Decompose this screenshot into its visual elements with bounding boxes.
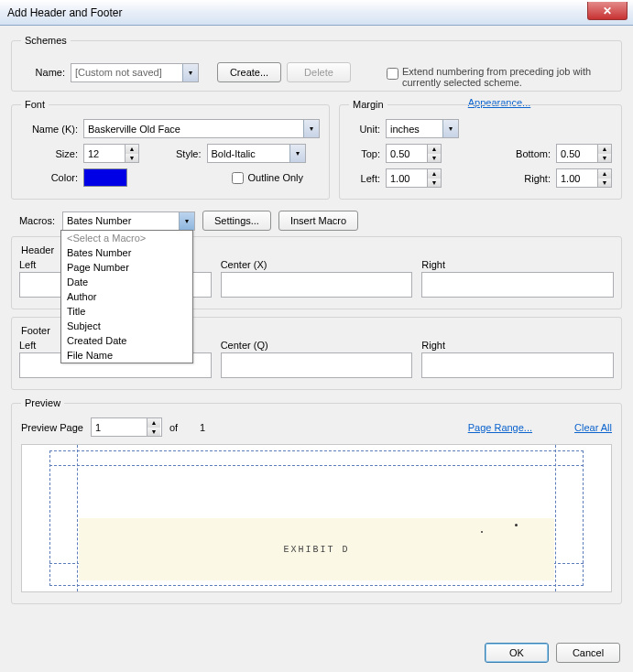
margin-top-input[interactable]	[387, 145, 427, 162]
macro-option-author[interactable]: Author	[61, 289, 192, 304]
spin-down-icon[interactable]: ▼	[147, 428, 160, 437]
macro-option-created[interactable]: Created Date	[61, 333, 192, 348]
preview-group: Preview Preview Page ▲▼ of 1 Page Range.…	[11, 397, 622, 604]
header-right-input[interactable]	[421, 272, 614, 298]
margin-bottom-input[interactable]	[557, 145, 597, 162]
margin-legend: Margin	[349, 99, 387, 110]
margin-unit-select[interactable]: inches ▾	[386, 119, 459, 138]
schemes-legend: Schemes	[21, 35, 71, 46]
spin-up-icon[interactable]: ▲	[428, 169, 441, 179]
outline-only-input[interactable]	[232, 172, 244, 184]
title-bar: Add Header and Footer ✕	[0, 0, 633, 26]
macros-select[interactable]: Bates Number ▾	[62, 211, 195, 231]
scheme-name-label: Name:	[21, 67, 65, 78]
font-name-select[interactable]: Baskerville Old Face ▾	[83, 119, 320, 138]
font-size-spinner[interactable]: ▲▼	[83, 144, 139, 163]
create-button[interactable]: Create...	[217, 62, 281, 82]
font-legend: Font	[21, 99, 49, 110]
macro-option-bates[interactable]: Bates Number	[61, 245, 192, 260]
font-name-label: Name (K):	[21, 124, 78, 135]
margin-unit-label: Unit:	[349, 124, 380, 135]
speck-icon	[481, 531, 483, 533]
preview-page-content: EXHIBIT D	[79, 518, 554, 580]
speck-icon	[515, 524, 518, 526]
macros-label: Macros:	[11, 215, 55, 226]
preview-of-label: of	[169, 422, 178, 433]
preview-guide-top	[49, 465, 584, 466]
scheme-name-select[interactable]: [Custom not saved] ▾	[71, 63, 199, 82]
chevron-down-icon: ▾	[179, 212, 194, 230]
insert-macro-button[interactable]: Insert Macro	[278, 211, 358, 231]
preview-guide-left	[77, 445, 78, 591]
margin-bottom-spinner[interactable]: ▲▼	[556, 144, 612, 163]
spin-up-icon[interactable]: ▲	[598, 145, 611, 154]
chevron-down-icon: ▾	[303, 120, 319, 137]
macro-option-subject[interactable]: Subject	[61, 319, 192, 333]
margin-bottom-label: Bottom:	[516, 148, 551, 159]
chevron-down-icon: ▾	[442, 120, 458, 137]
page-range-link[interactable]: Page Range...	[468, 422, 532, 433]
macro-option-placeholder[interactable]: <Select a Macro>	[61, 231, 192, 245]
preview-page-label: Preview Page	[21, 422, 83, 433]
font-size-input[interactable]	[84, 145, 125, 162]
footer-right-input[interactable]	[421, 352, 614, 378]
macros-row: Macros: Bates Number ▾ <Select a Macro> …	[11, 211, 622, 231]
outline-only-checkbox[interactable]: Outline Only	[232, 172, 303, 184]
preview-legend: Preview	[21, 397, 64, 408]
window-title: Add Header and Footer	[7, 6, 122, 19]
margin-right-spinner[interactable]: ▲▼	[556, 168, 612, 188]
header-center-label: Center (X)	[221, 259, 413, 270]
settings-button[interactable]: Settings...	[202, 211, 271, 231]
color-swatch[interactable]	[83, 168, 127, 187]
macros-dropdown-list[interactable]: <Select a Macro> Bates Number Page Numbe…	[60, 230, 193, 363]
header-right-label: Right	[421, 259, 614, 270]
macro-option-date[interactable]: Date	[61, 275, 192, 289]
chevron-down-icon: ▾	[289, 145, 305, 162]
macro-option-filename[interactable]: File Name	[61, 348, 192, 363]
spin-down-icon[interactable]: ▼	[598, 179, 611, 188]
spin-down-icon[interactable]: ▼	[126, 154, 138, 163]
preview-guide-right	[555, 445, 556, 591]
margin-top-spinner[interactable]: ▲▼	[386, 144, 442, 163]
preview-page-input[interactable]	[92, 418, 147, 436]
macro-option-page[interactable]: Page Number	[61, 260, 192, 275]
margin-left-spinner[interactable]: ▲▼	[386, 168, 442, 188]
spin-up-icon[interactable]: ▲	[126, 145, 138, 154]
clear-all-link[interactable]: Clear All	[574, 422, 612, 433]
cancel-button[interactable]: Cancel	[556, 643, 620, 663]
spin-down-icon[interactable]: ▼	[598, 154, 611, 163]
footer-right-label: Right	[421, 340, 614, 351]
footer-center-input[interactable]	[221, 352, 413, 378]
font-color-label: Color:	[21, 172, 78, 183]
spin-up-icon[interactable]: ▲	[598, 169, 611, 179]
preview-canvas: EXHIBIT D	[21, 444, 612, 592]
margin-right-label: Right:	[524, 173, 551, 184]
spin-up-icon[interactable]: ▲	[147, 418, 160, 428]
extend-numbering-input[interactable]	[387, 68, 398, 80]
preview-page-spinner[interactable]: ▲▼	[91, 417, 162, 437]
delete-button: Delete	[287, 62, 351, 82]
header-center-input[interactable]	[221, 272, 413, 298]
close-icon: ✕	[603, 5, 612, 17]
margin-top-label: Top:	[349, 148, 380, 159]
font-style-select[interactable]: Bold-Italic ▾	[207, 144, 306, 163]
font-style-label: Style:	[176, 148, 202, 159]
font-size-label: Size:	[21, 148, 78, 159]
preview-total-pages: 1	[200, 422, 205, 433]
extend-numbering-checkbox[interactable]: Extend numbering from preceding job with…	[387, 66, 612, 88]
margin-right-input[interactable]	[557, 169, 597, 187]
spin-down-icon[interactable]: ▼	[428, 154, 441, 163]
macro-option-title[interactable]: Title	[61, 304, 192, 319]
close-button[interactable]: ✕	[587, 2, 628, 20]
spin-down-icon[interactable]: ▼	[428, 179, 441, 188]
ok-button[interactable]: OK	[485, 643, 549, 663]
spin-up-icon[interactable]: ▲	[428, 145, 441, 154]
footer-center-label: Center (Q)	[221, 340, 413, 351]
margin-left-label: Left:	[349, 173, 380, 184]
chevron-down-icon: ▾	[182, 64, 198, 81]
font-group: Font Name (K): Baskerville Old Face ▾ Si…	[11, 99, 330, 200]
margin-left-input[interactable]	[387, 169, 427, 187]
dialog-buttons: OK Cancel	[485, 643, 620, 663]
margin-group: Margin Unit: inches ▾ Top: ▲▼ Bottom: ▲	[339, 99, 622, 200]
